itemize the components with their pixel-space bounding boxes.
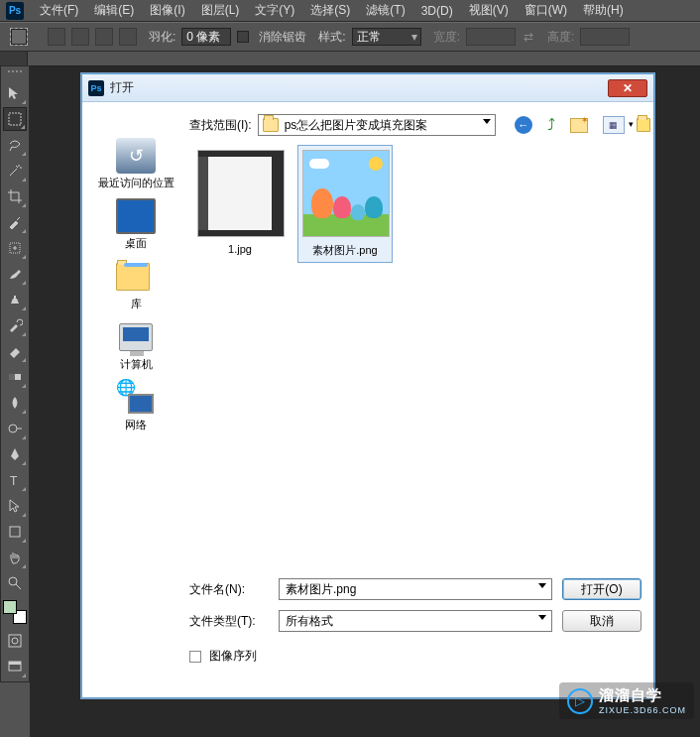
- file-list[interactable]: 1.jpg 素材图片.png: [189, 142, 642, 558]
- selection-subtract-icon[interactable]: [95, 28, 113, 46]
- menu-select[interactable]: 选择(S): [302, 0, 358, 21]
- open-button[interactable]: 打开(O): [562, 578, 642, 600]
- eraser-tool[interactable]: [3, 339, 27, 363]
- place-network-label: 网络: [96, 418, 175, 432]
- file-name: 1.jpg: [197, 243, 283, 255]
- dialog-titlebar[interactable]: Ps 打开 ✕: [82, 74, 653, 102]
- close-icon: ✕: [623, 81, 633, 95]
- magic-wand-tool[interactable]: [3, 159, 27, 183]
- screenmode-toggle[interactable]: [3, 655, 27, 678]
- lookin-value: ps怎么把图片变成填充图案: [285, 117, 428, 134]
- chevron-down-icon: [483, 119, 491, 124]
- lasso-tool[interactable]: [3, 133, 27, 157]
- svg-point-7: [9, 577, 17, 585]
- nav-jump-button[interactable]: [637, 115, 656, 135]
- menu-view[interactable]: 视图(V): [461, 0, 517, 21]
- toolbox: T: [0, 65, 30, 682]
- selection-intersect-icon[interactable]: [119, 28, 137, 46]
- filetype-value: 所有格式: [286, 613, 333, 630]
- dodge-tool[interactable]: [3, 417, 27, 440]
- healing-brush-tool[interactable]: [3, 236, 27, 260]
- filename-combo[interactable]: 素材图片.png: [279, 578, 552, 600]
- nav-back-button[interactable]: ←: [514, 115, 533, 135]
- place-libraries[interactable]: 库: [96, 259, 175, 311]
- svg-text:T: T: [10, 474, 18, 488]
- path-select-tool[interactable]: [3, 494, 27, 518]
- nav-viewmode-button[interactable]: ▦: [597, 115, 631, 135]
- zoom-tool[interactable]: [3, 571, 27, 595]
- svg-rect-8: [9, 635, 21, 647]
- foreground-color[interactable]: [3, 600, 17, 614]
- place-desktop[interactable]: 桌面: [96, 198, 175, 251]
- selection-add-icon[interactable]: [71, 28, 89, 46]
- selection-new-icon[interactable]: [48, 28, 65, 46]
- eyedropper-tool[interactable]: [3, 210, 27, 234]
- file-item[interactable]: 素材图片.png: [297, 145, 393, 263]
- file-name: 素材图片.png: [302, 243, 388, 258]
- lookin-combo[interactable]: ps怎么把图片变成填充图案: [258, 114, 496, 136]
- style-value: 正常: [357, 30, 381, 44]
- place-computer[interactable]: 计算机: [96, 319, 175, 372]
- clone-stamp-tool[interactable]: [3, 288, 27, 311]
- gradient-tool[interactable]: [3, 365, 27, 389]
- width-label: 宽度:: [433, 29, 460, 46]
- menu-bar: Ps 文件(F) 编辑(E) 图像(I) 图层(L) 文字(Y) 选择(S) 滤…: [0, 0, 700, 22]
- menu-3d[interactable]: 3D(D): [413, 2, 461, 20]
- file-item[interactable]: 1.jpg: [192, 145, 288, 263]
- computer-icon: [116, 319, 156, 355]
- color-swatches[interactable]: [3, 600, 27, 624]
- width-input: [466, 28, 516, 46]
- menu-help[interactable]: 帮助(H): [575, 0, 632, 21]
- style-select[interactable]: 正常: [352, 28, 421, 46]
- antialias-label: 消除锯齿: [259, 29, 306, 46]
- hand-tool[interactable]: [3, 546, 27, 569]
- type-tool[interactable]: T: [3, 468, 27, 492]
- filename-value: 素材图片.png: [286, 581, 356, 598]
- quickmask-toggle[interactable]: [3, 629, 27, 653]
- antialias-checkbox[interactable]: [237, 31, 249, 43]
- feather-input[interactable]: [181, 28, 231, 46]
- menu-file[interactable]: 文件(F): [32, 0, 86, 21]
- crop-tool[interactable]: [3, 184, 27, 208]
- brush-tool[interactable]: [3, 262, 27, 286]
- close-button[interactable]: ✕: [608, 79, 647, 97]
- filetype-label: 文件类型(T):: [189, 613, 269, 630]
- place-recent[interactable]: 最近访问的位置: [96, 138, 175, 190]
- shape-tool[interactable]: [3, 520, 27, 544]
- play-icon: ▷: [567, 688, 593, 714]
- filetype-combo[interactable]: 所有格式: [279, 610, 552, 632]
- place-libraries-label: 库: [96, 297, 175, 311]
- height-label: 高度:: [547, 29, 574, 46]
- dialog-body: 查找范围(I): ps怎么把图片变成填充图案 ← ⤴ ▦ 最近访问的位置: [82, 102, 653, 697]
- filename-label: 文件名(N):: [189, 581, 269, 598]
- watermark-brand: 溜溜自学: [599, 686, 686, 705]
- chevron-down-icon: [538, 615, 546, 620]
- toolbox-grip[interactable]: [3, 70, 27, 76]
- svg-rect-11: [9, 662, 21, 665]
- cancel-button-label: 取消: [590, 613, 614, 630]
- image-sequence-label: 图像序列: [209, 648, 257, 665]
- image-sequence-checkbox[interactable]: [189, 651, 201, 663]
- place-computer-label: 计算机: [96, 357, 175, 372]
- open-button-label: 打开(O): [581, 581, 622, 598]
- menu-type[interactable]: 文字(Y): [247, 0, 302, 21]
- jump-folder-icon: [637, 118, 650, 132]
- menu-window[interactable]: 窗口(W): [517, 0, 575, 21]
- menu-edit[interactable]: 编辑(E): [86, 0, 142, 21]
- cancel-button[interactable]: 取消: [562, 610, 642, 632]
- place-network[interactable]: 网络: [96, 380, 175, 432]
- style-label: 样式:: [318, 29, 345, 46]
- marquee-tool[interactable]: [3, 107, 27, 131]
- pen-tool[interactable]: [3, 442, 27, 466]
- menu-filter[interactable]: 滤镜(T): [358, 0, 412, 21]
- options-bar: 羽化: 消除锯齿 样式: 正常 宽度: ⇄ 高度:: [0, 22, 700, 52]
- menu-image[interactable]: 图像(I): [142, 0, 192, 21]
- folder-icon: [263, 118, 279, 132]
- history-brush-tool[interactable]: [3, 313, 27, 337]
- blur-tool[interactable]: [3, 391, 27, 415]
- menu-layer[interactable]: 图层(L): [193, 0, 248, 21]
- marquee-tool-icon[interactable]: [10, 28, 28, 46]
- nav-newfolder-button[interactable]: [569, 115, 589, 135]
- move-tool[interactable]: [3, 81, 27, 105]
- nav-up-button[interactable]: ⤴: [541, 115, 561, 135]
